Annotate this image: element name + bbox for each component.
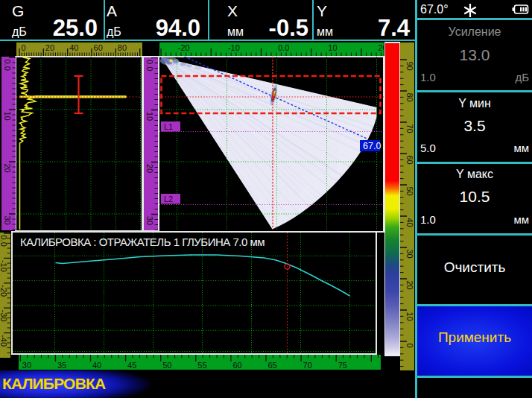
svg-text:10: 10: [405, 312, 414, 321]
svg-text:10: 10: [328, 43, 337, 52]
svg-text:80: 80: [118, 43, 127, 52]
svg-text:0.0: 0.0: [145, 60, 153, 71]
svg-text:50: 50: [162, 361, 171, 370]
svg-text:0: 0: [22, 43, 26, 52]
svg-text:30: 30: [145, 216, 153, 225]
svg-text:55: 55: [197, 361, 206, 370]
svg-text:50: 50: [405, 187, 414, 196]
svg-text:40: 40: [69, 43, 78, 52]
svg-text:10: 10: [3, 112, 12, 121]
svg-text:80: 80: [405, 93, 414, 102]
svg-text:0: 0: [405, 344, 414, 348]
svg-text:65: 65: [268, 361, 277, 370]
svg-text:0.0: 0.0: [0, 236, 8, 247]
svg-text:20: 20: [405, 281, 414, 290]
svg-text:20: 20: [378, 43, 383, 52]
svg-text:L2: L2: [164, 195, 173, 203]
svg-text:0.0: 0.0: [278, 43, 289, 52]
svg-text:0.0: 0.0: [3, 60, 12, 71]
svg-text:45: 45: [127, 361, 136, 370]
svg-text:35: 35: [57, 361, 66, 370]
svg-text:67.0: 67.0: [363, 141, 381, 151]
svg-text:20: 20: [145, 164, 153, 173]
svg-text:75: 75: [338, 361, 347, 370]
svg-text:60: 60: [94, 43, 103, 52]
svg-text:60: 60: [405, 156, 414, 165]
svg-text:90: 90: [405, 62, 414, 71]
svg-text:-20: -20: [177, 43, 189, 52]
svg-text:L1: L1: [164, 122, 173, 131]
svg-text:60: 60: [232, 361, 241, 370]
svg-text:10: 10: [145, 112, 153, 121]
svg-text:-10: -10: [0, 260, 8, 272]
svg-text:40: 40: [405, 218, 414, 227]
svg-text:30: 30: [405, 250, 414, 259]
svg-text:20: 20: [45, 43, 54, 52]
svg-text:-30: -30: [0, 310, 8, 322]
svg-text:70: 70: [405, 124, 414, 133]
svg-text:20: 20: [3, 164, 12, 173]
svg-text:-40: -40: [0, 335, 8, 347]
svg-text:-10: -10: [227, 43, 239, 52]
svg-text:40: 40: [92, 361, 101, 370]
svg-text:30: 30: [22, 361, 31, 370]
svg-text:30: 30: [3, 216, 12, 225]
svg-text:70: 70: [303, 361, 312, 370]
svg-text:-20: -20: [0, 285, 8, 297]
